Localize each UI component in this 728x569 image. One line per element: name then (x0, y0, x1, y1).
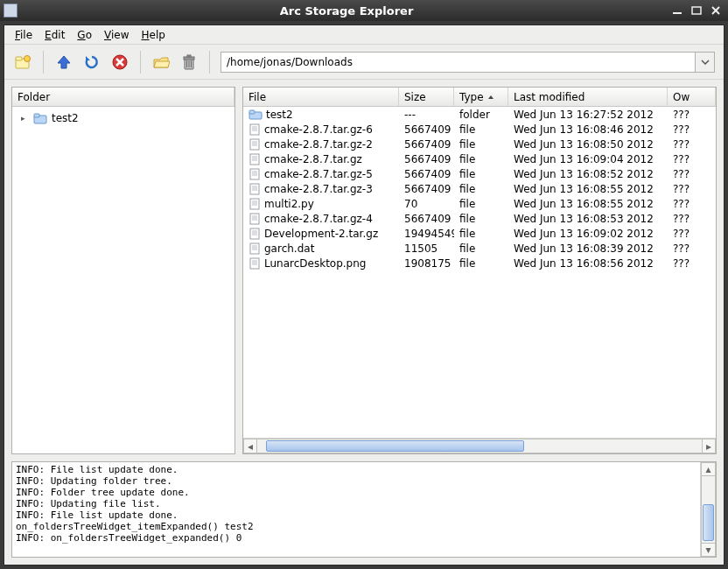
scroll-up-button[interactable]: ▴ (701, 462, 716, 476)
open-folder-button[interactable] (151, 53, 171, 72)
vscroll-thumb[interactable] (703, 504, 714, 541)
file-name: LunarcDesktop.png (264, 257, 366, 270)
file-modified: Wed Jun 13 16:27:52 2012 (508, 109, 668, 121)
refresh-icon (84, 54, 100, 70)
svg-rect-48 (250, 228, 259, 239)
new-folder-icon (14, 54, 32, 70)
file-row[interactable]: cmake-2.8.7.tar.gz5667409fileWed Jun 13 … (243, 151, 716, 166)
file-owner: ??? (668, 123, 716, 136)
svg-rect-52 (250, 243, 259, 254)
file-row[interactable]: LunarcDesktop.png1908175fileWed Jun 13 1… (243, 256, 716, 270)
hscroll-thumb[interactable] (266, 440, 524, 452)
window-buttons (670, 4, 724, 17)
titlebar: Arc Storage Explorer (0, 0, 728, 21)
folder-column-header[interactable]: Folder (12, 88, 234, 106)
svg-rect-1 (692, 7, 701, 14)
hscroll-track[interactable] (257, 439, 702, 453)
sort-asc-icon (487, 95, 494, 100)
vscroll-track[interactable] (701, 476, 716, 543)
file-row[interactable]: cmake-2.8.7.tar.gz-35667409fileWed Jun 1… (243, 181, 716, 196)
file-icon (248, 138, 261, 151)
toolbar-group-nav (54, 53, 130, 72)
file-list[interactable]: test2---folderWed Jun 13 16:27:52 2012??… (243, 107, 716, 438)
file-modified: Wed Jun 13 16:09:02 2012 (508, 228, 668, 240)
chevron-down-icon (701, 60, 710, 65)
toolbar-group-file (151, 53, 199, 72)
stop-button[interactable] (110, 53, 130, 72)
file-row[interactable]: Development-2.tar.gz19494549fileWed Jun … (243, 226, 716, 241)
file-modified: Wed Jun 13 16:08:46 2012 (508, 123, 668, 136)
file-row[interactable]: multi2.py70fileWed Jun 13 16:08:55 2012?… (243, 196, 716, 211)
file-type: file (454, 153, 508, 165)
folder-tree[interactable]: ▸ test2 (12, 107, 234, 453)
svg-rect-32 (250, 169, 259, 179)
file-modified: Wed Jun 13 16:08:55 2012 (508, 198, 668, 210)
up-button[interactable] (54, 53, 74, 72)
file-icon (248, 213, 261, 225)
file-column-header-owner[interactable]: Ow (668, 88, 716, 106)
close-button[interactable] (709, 4, 723, 17)
svg-rect-20 (250, 124, 259, 135)
svg-rect-36 (250, 184, 259, 194)
menu-file[interactable]: File (10, 27, 38, 43)
file-modified: Wed Jun 13 16:08:53 2012 (508, 213, 668, 225)
file-row[interactable]: garch.dat11505fileWed Jun 13 16:08:39 20… (243, 241, 716, 256)
minimize-button[interactable] (670, 4, 684, 17)
new-folder-button[interactable] (13, 53, 32, 72)
expand-icon[interactable]: ▸ (21, 115, 29, 123)
file-column-header-size[interactable]: Size (399, 88, 454, 106)
file-row[interactable]: cmake-2.8.7.tar.gz-65667409fileWed Jun 1… (243, 122, 716, 137)
file-row[interactable]: cmake-2.8.7.tar.gz-55667409fileWed Jun 1… (243, 166, 716, 181)
file-row[interactable]: cmake-2.8.7.tar.gz-25667409fileWed Jun 1… (243, 137, 716, 151)
arrow-up-icon (56, 54, 72, 70)
log-vscroll[interactable]: ▴ ▾ (700, 462, 716, 557)
file-size: 1908175 (399, 257, 454, 270)
path-box (220, 52, 715, 73)
file-owner: ??? (668, 242, 716, 255)
file-name: multi2.py (264, 198, 314, 210)
folder-tree-item[interactable]: ▸ test2 (16, 110, 231, 126)
file-row[interactable]: test2---folderWed Jun 13 16:27:52 2012??… (243, 107, 716, 122)
file-icon (248, 198, 261, 210)
menu-view[interactable]: View (99, 27, 134, 43)
refresh-button[interactable] (82, 53, 102, 72)
file-name: cmake-2.8.7.tar.gz-3 (264, 183, 373, 195)
file-icon (248, 242, 261, 255)
file-type: file (454, 183, 508, 195)
svg-rect-24 (250, 139, 259, 150)
file-owner: ??? (668, 138, 716, 151)
file-row[interactable]: cmake-2.8.7.tar.gz-45667409fileWed Jun 1… (243, 211, 716, 226)
path-dropdown-button[interactable] (696, 52, 715, 73)
log-text[interactable]: INFO: File list update done. INFO: Updat… (12, 462, 700, 557)
folder-icon (248, 109, 262, 120)
file-list-hscroll[interactable]: ◂ ▸ (243, 438, 716, 453)
svg-rect-44 (250, 214, 259, 224)
window-title: Arc Storage Explorer (23, 4, 670, 18)
file-column-header-type[interactable]: Type (454, 88, 508, 106)
file-owner: ??? (668, 257, 716, 270)
path-input[interactable] (220, 52, 696, 73)
file-column-header-modified[interactable]: Last modified (508, 88, 668, 106)
scroll-down-button[interactable]: ▾ (701, 543, 716, 557)
menu-help[interactable]: Help (136, 27, 170, 43)
file-name: cmake-2.8.7.tar.gz-5 (264, 168, 373, 180)
arc-storage-explorer-window: Arc Storage Explorer File Edit Go View H… (0, 0, 728, 569)
file-owner: ??? (668, 228, 716, 240)
app-icon (4, 4, 18, 18)
menu-edit[interactable]: Edit (39, 27, 70, 43)
file-icon (248, 153, 261, 165)
scroll-left-button[interactable]: ◂ (243, 439, 257, 453)
trash-icon (181, 53, 197, 71)
maximize-button[interactable] (690, 4, 704, 17)
file-name: Development-2.tar.gz (264, 228, 378, 240)
delete-button[interactable] (179, 53, 199, 72)
minimize-icon (672, 6, 682, 15)
scroll-right-button[interactable]: ▸ (702, 439, 716, 453)
svg-rect-56 (250, 258, 259, 269)
file-size: 5667409 (399, 153, 454, 165)
file-type: file (454, 242, 508, 255)
close-icon (710, 6, 721, 15)
menu-go[interactable]: Go (72, 27, 97, 43)
body-shell: File Edit Go View Help (0, 21, 728, 569)
file-column-header-file[interactable]: File (243, 88, 399, 106)
